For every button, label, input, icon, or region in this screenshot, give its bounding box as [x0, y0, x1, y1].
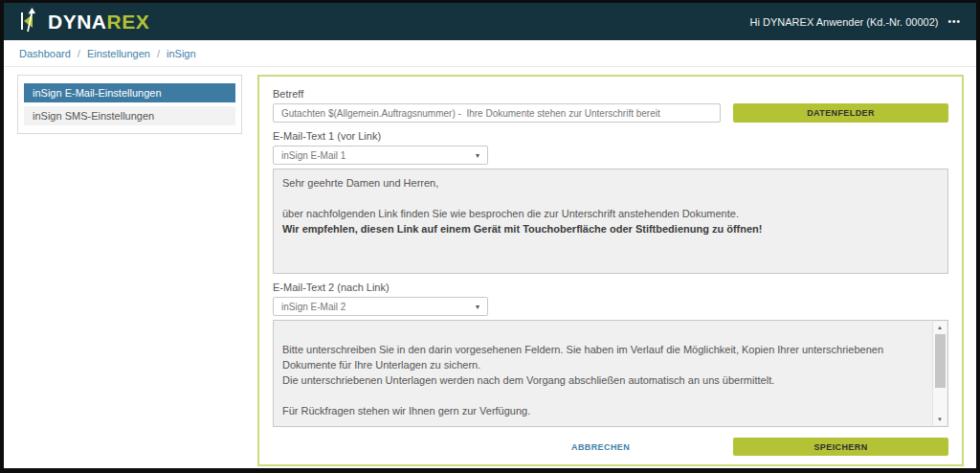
- subject-input[interactable]: [273, 103, 721, 123]
- scrollbar-thumb[interactable]: [935, 334, 946, 388]
- datenfelder-button[interactable]: DATENFELDER: [733, 103, 948, 123]
- email-text-2-body[interactable]: Bitte unterschreiben Sie in den darin vo…: [273, 320, 948, 427]
- dynarex-logo-icon: [19, 7, 43, 36]
- user-menu-dots-icon[interactable]: •••: [947, 16, 961, 27]
- cancel-button[interactable]: ABBRECHEN: [571, 442, 630, 452]
- content-area: inSign E-Mail-Einstellungen inSign SMS-E…: [4, 67, 976, 468]
- sidebar-item-insign-sms[interactable]: inSign SMS-Einstellungen: [24, 106, 235, 125]
- dynarex-logo[interactable]: DYNAREX: [19, 7, 149, 36]
- app-window: DYNAREX Hi DYNAREX Anwender (Kd.-Nr. 000…: [0, 0, 980, 473]
- email-text-2-select[interactable]: inSign E-Mail 2 ▾: [273, 297, 488, 316]
- insign-email-settings-panel: Betreff DATENFELDER E-Mail-Text 1 (vor L…: [257, 75, 964, 466]
- email-text-1-body[interactable]: Sehr geehrte Damen und Herren, über nach…: [273, 169, 948, 274]
- email-text-2-label: E-Mail-Text 2 (nach Link): [273, 282, 948, 293]
- breadcrumb-separator: /: [78, 48, 80, 59]
- sidebar-item-insign-email[interactable]: inSign E-Mail-Einstellungen: [24, 83, 235, 102]
- chevron-down-icon: ▾: [476, 151, 479, 160]
- breadcrumb-dashboard[interactable]: Dashboard: [19, 48, 71, 59]
- email-text-2-selected-value: inSign E-Mail 2: [281, 302, 345, 312]
- user-greeting: Hi DYNAREX Anwender (Kd.-Nr. 00002): [750, 16, 939, 28]
- subject-label: Betreff: [273, 88, 948, 100]
- settings-sidebar: inSign E-Mail-Einstellungen inSign SMS-E…: [17, 75, 242, 134]
- breadcrumb: Dashboard / Einstellungen / inSign: [4, 40, 976, 67]
- save-button[interactable]: SPEICHERN: [733, 438, 948, 456]
- scrollbar[interactable]: ▲ ▼: [932, 322, 947, 425]
- email-text-2-body-text: Bitte unterschreiben Sie in den darin vo…: [282, 327, 924, 427]
- email-text-1-label: E-Mail-Text 1 (vor Link): [273, 130, 948, 142]
- email-text-1-body-text: Sehr geehrte Damen und Herren, über nach…: [282, 175, 939, 221]
- scroll-up-icon[interactable]: ▲: [933, 322, 947, 333]
- chevron-down-icon: ▾: [476, 303, 479, 311]
- breadcrumb-einstellungen[interactable]: Einstellungen: [87, 48, 150, 59]
- breadcrumb-separator: /: [157, 48, 160, 59]
- top-header: DYNAREX Hi DYNAREX Anwender (Kd.-Nr. 000…: [4, 3, 976, 40]
- form-actions: ABBRECHEN SPEICHERN: [273, 438, 948, 457]
- email-text-1-select[interactable]: inSign E-Mail 1 ▾: [273, 146, 488, 165]
- logo-wordmark: DYNAREX: [48, 11, 149, 34]
- email-text-1-selected-value: inSign E-Mail 1: [281, 150, 345, 161]
- scroll-down-icon[interactable]: ▼: [933, 414, 947, 425]
- email-text-1-body-bold: Wir empfehlen, diesen Link auf einem Ger…: [282, 221, 939, 236]
- breadcrumb-insign[interactable]: inSign: [167, 48, 196, 59]
